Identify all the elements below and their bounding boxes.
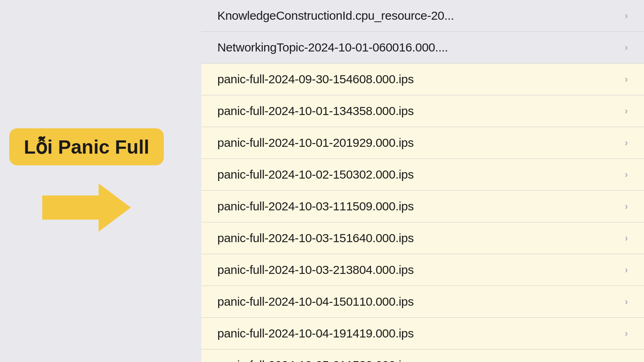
list-item[interactable]: panic-full-2024-10-02-150302.000.ips› (201, 159, 644, 191)
item-label: KnowledgeConstructionId.cpu_resource-20.… (217, 9, 454, 23)
chevron-icon: › (625, 201, 628, 212)
chevron-icon: › (625, 169, 628, 180)
item-label: panic-full-2024-10-01-134358.000.ips (217, 104, 414, 118)
right-panel[interactable]: KnowledgeConstructionId.cpu_resource-20.… (201, 0, 644, 362)
chevron-icon: › (625, 296, 628, 307)
list-item[interactable]: panic-full-2024-10-03-111509.000.ips› (201, 191, 644, 222)
chevron-icon: › (625, 74, 628, 85)
chevron-icon: › (625, 42, 628, 53)
list-item[interactable]: panic-full-2024-10-03-213804.000.ips› (201, 254, 644, 286)
list-item[interactable]: panic-full-2024-10-05-211532.000.ips› (201, 350, 644, 362)
item-label: panic-full-2024-10-03-151640.000.ips (217, 231, 414, 245)
list-item[interactable]: panic-full-2024-10-03-151640.000.ips› (201, 222, 644, 254)
item-label: NetworkingTopic-2024-10-01-060016.000...… (217, 41, 448, 54)
badge-text: Lỗi Panic Full (24, 136, 149, 158)
chevron-icon: › (625, 360, 628, 362)
item-label: panic-full-2024-10-03-213804.000.ips (217, 263, 414, 277)
item-label: panic-full-2024-10-04-150110.000.ips (217, 295, 414, 309)
arrow-right-icon (42, 181, 131, 234)
chevron-icon: › (625, 232, 628, 244)
list-item[interactable]: KnowledgeConstructionId.cpu_resource-20.… (201, 0, 644, 32)
list-item[interactable]: panic-full-2024-09-30-154608.000.ips› (201, 64, 644, 95)
svg-marker-0 (42, 183, 131, 232)
networking-topic-item[interactable]: NetworkingTopic-2024-10-01-060016.000...… (201, 32, 644, 64)
item-label: panic-full-2024-10-01-201929.000.ips (217, 136, 414, 150)
list-item[interactable]: panic-full-2024-10-04-150110.000.ips› (201, 286, 644, 318)
list-item[interactable]: panic-full-2024-10-01-201929.000.ips› (201, 127, 644, 159)
left-panel: Lỗi Panic Full (0, 0, 173, 362)
chevron-icon: › (625, 264, 628, 276)
label-badge: Lỗi Panic Full (9, 128, 164, 165)
list-item[interactable]: panic-full-2024-10-04-191419.000.ips› (201, 318, 644, 350)
chevron-icon: › (625, 137, 628, 148)
item-label: panic-full-2024-10-04-191419.000.ips (217, 327, 414, 340)
list-container: KnowledgeConstructionId.cpu_resource-20.… (201, 0, 644, 362)
item-label: panic-full-2024-09-30-154608.000.ips (217, 72, 414, 86)
item-label: panic-full-2024-10-05-211532.000.ips (217, 358, 414, 362)
chevron-icon: › (625, 10, 628, 21)
list-item[interactable]: panic-full-2024-10-01-134358.000.ips› (201, 95, 644, 127)
item-label: panic-full-2024-10-03-111509.000.ips (217, 200, 414, 213)
arrow-container (42, 181, 131, 234)
chevron-icon: › (625, 105, 628, 117)
chevron-icon: › (625, 328, 628, 339)
item-label: panic-full-2024-10-02-150302.000.ips (217, 168, 414, 181)
